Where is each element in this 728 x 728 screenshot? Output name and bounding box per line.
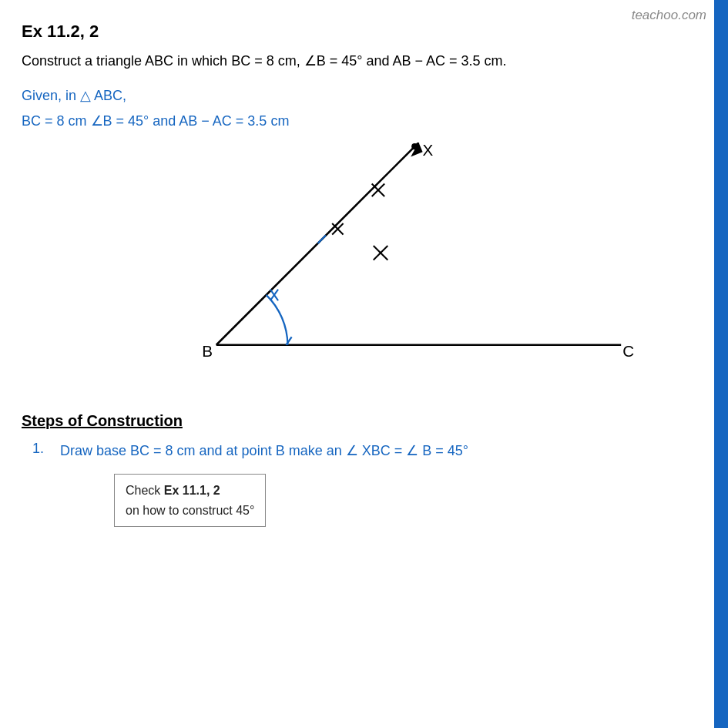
given-label: Given, in △ ABC, <box>22 86 703 106</box>
step-1-number: 1. <box>32 441 54 457</box>
svg-text:X: X <box>423 143 434 158</box>
check-bold: Ex 11.1, 2 <box>164 484 220 497</box>
svg-line-3 <box>216 143 419 345</box>
problem-text: Construct a triangle ABC in which BC = 8… <box>22 51 703 72</box>
diagram-container: B C X <box>22 143 703 404</box>
steps-title: Steps of Construction <box>22 412 703 430</box>
step-1-row: 1. Draw base BC = 8 cm and at point B ma… <box>32 441 703 461</box>
page: teachoo.com Ex 11.2, 2 Construct a trian… <box>0 0 728 728</box>
svg-text:C: C <box>622 342 634 360</box>
brand-label: teachoo.com <box>632 8 706 23</box>
diagram-svg: B C X <box>176 143 638 404</box>
step-1-text: Draw base BC = 8 cm and at point B make … <box>60 441 468 461</box>
check-box-container: Check Ex 11.1, 2 on how to construct 45° <box>68 469 703 527</box>
check-line2: on how to construct 45° <box>126 504 254 517</box>
svg-text:B: B <box>202 342 213 360</box>
right-border-decoration <box>714 0 728 728</box>
exercise-title: Ex 11.2, 2 <box>22 22 703 42</box>
given-values: BC = 8 cm ∠B = 45° and AB − AC = 3.5 cm <box>22 111 703 132</box>
svg-line-7 <box>318 236 326 243</box>
check-box: Check Ex 11.1, 2 on how to construct 45° <box>114 474 266 527</box>
check-prefix: Check <box>126 484 164 497</box>
